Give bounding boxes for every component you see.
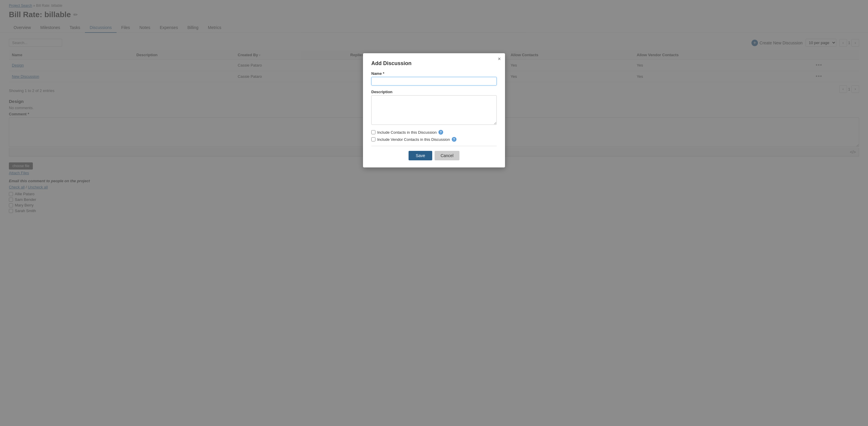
modal-description-group: Description <box>371 90 497 126</box>
modal-description-label: Description <box>371 90 497 94</box>
modal-cancel-button[interactable]: Cancel <box>435 151 460 160</box>
include-vendor-contacts-help-icon[interactable]: ? <box>452 137 457 142</box>
modal-title: Add Discussion <box>371 60 497 67</box>
include-vendor-contacts-checkbox[interactable] <box>371 137 375 142</box>
modal-save-button[interactable]: Save <box>408 151 432 160</box>
modal-description-textarea[interactable] <box>371 95 497 125</box>
modal-footer: Save Cancel <box>371 151 497 160</box>
modal-close-button[interactable]: × <box>498 56 501 62</box>
include-vendor-contacts-label: Include Vendor Contacts in this Discussi… <box>377 137 450 142</box>
modal-name-input[interactable] <box>371 77 497 86</box>
modal-include-vendor-contacts-row: Include Vendor Contacts in this Discussi… <box>371 137 497 142</box>
modal-divider <box>371 146 497 146</box>
add-discussion-modal: × Add Discussion Name * Description Incl… <box>363 53 505 168</box>
include-contacts-checkbox[interactable] <box>371 130 375 134</box>
include-contacts-help-icon[interactable]: ? <box>438 130 443 134</box>
modal-name-group: Name * <box>371 71 497 86</box>
modal-include-contacts-row: Include Contacts in this Discussion ? <box>371 130 497 134</box>
include-contacts-label: Include Contacts in this Discussion <box>377 130 437 134</box>
modal-name-label: Name * <box>371 71 497 76</box>
modal-overlay: × Add Discussion Name * Description Incl… <box>0 0 868 426</box>
